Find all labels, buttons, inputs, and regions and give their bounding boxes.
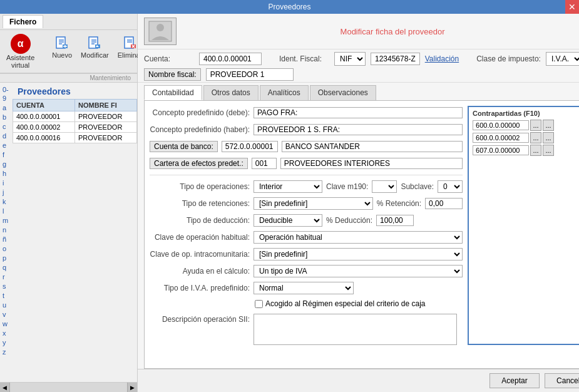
cartera-name-input[interactable] <box>280 158 463 169</box>
cuenta-banco-button[interactable]: Cuenta de banco: <box>150 141 218 152</box>
clase-impuesto-select[interactable]: I.V.A. <box>546 52 579 66</box>
alpha-item-x[interactable]: x <box>3 329 10 338</box>
subclave-label: Subclave: <box>401 182 434 191</box>
alpha-item-t[interactable]: t <box>3 291 10 300</box>
alpha-item-i[interactable]: i <box>3 178 10 187</box>
subclave-select[interactable]: 0 <box>438 180 463 193</box>
provider-photo <box>144 18 177 45</box>
contrapartida-btn2-0[interactable]: ... <box>543 120 554 131</box>
fichero-tab[interactable]: Fichero <box>3 15 43 28</box>
alpha-item-k[interactable]: k <box>3 197 10 206</box>
contrapartida-btn1-2[interactable]: ... <box>530 145 541 156</box>
nuevo-label: Nuevo <box>52 51 72 59</box>
alpha-item-j[interactable]: j <box>3 188 10 197</box>
table-row[interactable]: 400.0.0.00001PROVEEDOR <box>13 111 137 122</box>
alpha-item-h[interactable]: h <box>3 169 10 178</box>
provider-list: Proveedores CUENTA NOMBRE FI 400.0.0.000… <box>13 83 137 382</box>
contrapartida-btn1-1[interactable]: ... <box>530 132 541 143</box>
tipo-ded-select[interactable]: Deducible <box>254 214 322 227</box>
alpha-item-d[interactable]: d <box>3 132 10 140</box>
tipo-ret-select[interactable]: [Sin predefinir] <box>254 197 373 210</box>
scroll-left-icon[interactable]: ◀ <box>0 383 10 392</box>
concepto-haber-input[interactable] <box>254 124 463 135</box>
acogido-checkbox[interactable] <box>255 300 263 308</box>
clave-op-intra-select[interactable]: [Sin predefinir] <box>254 248 463 260</box>
ident-fiscal-label: Ident. Fiscal: <box>279 54 329 63</box>
contrapartida-row-2: ... ... <box>473 145 579 156</box>
tab-otros-datos[interactable]: Otros datos <box>203 85 259 100</box>
clave-m190-select[interactable] <box>372 180 397 193</box>
alpha-item-y[interactable]: y <box>3 338 10 347</box>
alpha-item-m[interactable]: m <box>3 216 10 225</box>
modificar-button[interactable]: Modificar <box>78 33 111 60</box>
contrapartida-btn1-0[interactable]: ... <box>530 120 541 131</box>
alpha-item-s[interactable]: s <box>3 282 10 291</box>
contrapartida-btn2-2[interactable]: ... <box>543 145 554 156</box>
alpha-item-0-9[interactable]: 0-9 <box>3 85 10 103</box>
tipo-ret-label: Tipo de retenciones: <box>150 199 250 208</box>
alpha-item-p[interactable]: p <box>3 254 10 262</box>
clave-op-intra-label: Clave de op. intracomunitaria: <box>150 250 250 259</box>
ayuda-calculo-select[interactable]: Un tipo de IVA <box>254 265 463 277</box>
table-row[interactable]: 400.0.0.00016PROVEEDOR <box>13 133 137 143</box>
contrapartidas-title: Contrapartidas (F10) <box>473 110 579 117</box>
asistente-button[interactable]: α Asistente virtual <box>4 33 37 70</box>
alpha-item-ñ[interactable]: ñ <box>3 235 10 244</box>
alpha-item-w[interactable]: w <box>3 319 10 328</box>
pct-ded-input[interactable] <box>376 215 414 226</box>
contrapartida-btn2-1[interactable]: ... <box>543 132 554 143</box>
alpha-item-r[interactable]: r <box>3 272 10 281</box>
retencion-input[interactable] <box>425 198 463 209</box>
tipo-iva-select[interactable]: Normal <box>254 282 354 294</box>
nombre-fiscal-button[interactable]: Nombre fiscal: <box>144 68 201 81</box>
cell-cuenta: 400.0.0.00002 <box>13 122 75 133</box>
concepto-debe-input[interactable] <box>254 107 463 118</box>
alpha-item-c[interactable]: c <box>3 122 10 131</box>
cancelar-button[interactable]: Cancelar <box>545 373 579 388</box>
horizontal-scrollbar[interactable]: ◀ ▶ <box>0 382 137 392</box>
contrapartida-input-0[interactable] <box>473 120 529 130</box>
contabilidad-form: Concepto predefinido (debe): Concepto pr… <box>150 106 579 345</box>
alpha-item-v[interactable]: v <box>3 310 10 319</box>
alpha-item-u[interactable]: u <box>3 301 10 309</box>
bottom-bar: Aceptar Cancelar <box>138 369 579 392</box>
cartera-num-input[interactable] <box>252 158 277 169</box>
eliminar-icon <box>121 34 139 51</box>
window-title: Proveedores <box>268 3 310 11</box>
contrapartida-input-2[interactable] <box>473 145 529 155</box>
scroll-right-icon[interactable]: ▶ <box>127 383 137 392</box>
alpha-item-e[interactable]: e <box>3 141 10 150</box>
tab-analíticos[interactable]: Analíticos <box>260 85 309 100</box>
nuevo-button[interactable]: Nuevo <box>49 33 74 60</box>
ident-fiscal-value: 12345678-Z <box>371 53 420 65</box>
tab-observaciones[interactable]: Observaciones <box>310 85 376 100</box>
alpha-item-g[interactable]: g <box>3 160 10 168</box>
ident-fiscal-type-select[interactable]: NIF <box>334 52 366 66</box>
cartera-button[interactable]: Cartera de efectos predet.: <box>150 158 248 169</box>
cuenta-banco-num-input[interactable] <box>222 141 278 152</box>
alpha-item-f[interactable]: f <box>3 150 10 159</box>
provider-list-title: Proveedores <box>13 83 137 99</box>
aceptar-button[interactable]: Aceptar <box>489 373 540 388</box>
alpha-item-z[interactable]: z <box>3 348 10 356</box>
alpha-navigation[interactable]: 0-9abcdefghijklmnñopqrstuvwxyz <box>0 83 13 382</box>
alpha-item-a[interactable]: a <box>3 103 10 112</box>
alpha-item-b[interactable]: b <box>3 113 10 121</box>
table-row[interactable]: 400.0.0.00002PROVEEDOR <box>13 122 137 133</box>
descripcion-textarea[interactable] <box>254 314 457 345</box>
modificar-label: Modificar <box>81 51 109 59</box>
form-left: Concepto predefinido (debe): Concepto pr… <box>150 106 463 345</box>
clave-op-select[interactable]: Operación habitual <box>254 231 463 244</box>
alpha-item-o[interactable]: o <box>3 244 10 253</box>
title-bar: Proveedores ✕ <box>0 0 579 14</box>
concepto-haber-label: Concepto predefinido (haber): <box>150 125 250 134</box>
validacion-link[interactable]: Validación <box>425 54 459 63</box>
alpha-item-n[interactable]: n <box>3 225 10 234</box>
banco-name-input[interactable] <box>282 141 463 152</box>
tipo-op-select[interactable]: Interior <box>254 180 322 193</box>
close-button[interactable]: ✕ <box>565 0 579 14</box>
alpha-item-q[interactable]: q <box>3 263 10 272</box>
tab-contabilidad[interactable]: Contabilidad <box>144 85 202 100</box>
contrapartida-input-1[interactable] <box>473 133 529 143</box>
alpha-item-l[interactable]: l <box>3 207 10 215</box>
